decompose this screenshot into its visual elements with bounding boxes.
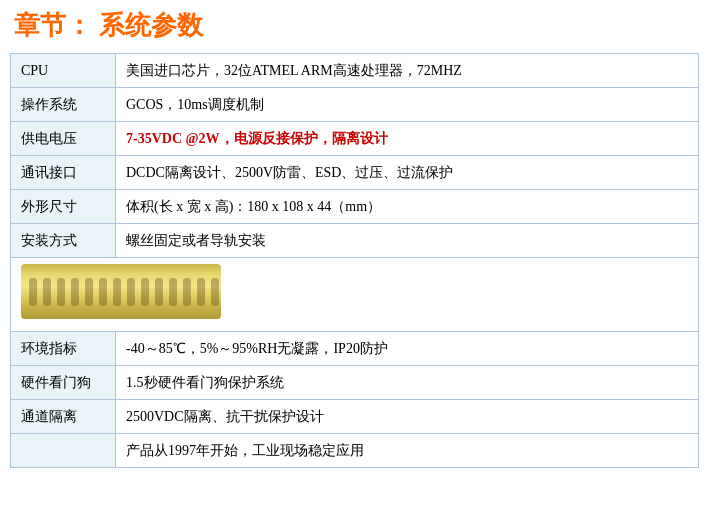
spec-label	[11, 434, 116, 468]
spec-label: CPU	[11, 54, 116, 88]
spec-value: DCDC隔离设计、2500V防雷、ESD、过压、过流保护	[116, 156, 699, 190]
table-row: 硬件看门狗1.5秒硬件看门狗保护系统	[11, 366, 699, 400]
rail-image	[21, 264, 221, 319]
spec-label: 安装方式	[11, 224, 116, 258]
table-row: 安装方式螺丝固定或者导轨安装	[11, 224, 699, 258]
spec-label: 供电电压	[11, 122, 116, 156]
spec-value: 美国进口芯片，32位ATMEL ARM高速处理器，72MHZ	[116, 54, 699, 88]
spec-value: GCOS，10ms调度机制	[116, 88, 699, 122]
spec-value: 7-35VDC @2W，电源反接保护，隔离设计	[116, 122, 699, 156]
table-row: 通道隔离2500VDC隔离、抗干扰保护设计	[11, 400, 699, 434]
specs-table: CPU美国进口芯片，32位ATMEL ARM高速处理器，72MHZ操作系统GCO…	[10, 53, 699, 468]
highlight-text: 7-35VDC @2W，电源反接保护，隔离设计	[126, 131, 388, 146]
spec-value: 2500VDC隔离、抗干扰保护设计	[116, 400, 699, 434]
table-row: 环境指标-40～85℃，5%～95%RH无凝露，IP20防护	[11, 332, 699, 366]
table-row: 操作系统GCOS，10ms调度机制	[11, 88, 699, 122]
page-title: 章节： 系统参数	[10, 8, 699, 43]
spec-value: 产品从1997年开始，工业现场稳定应用	[116, 434, 699, 468]
spec-value: -40～85℃，5%～95%RH无凝露，IP20防护	[116, 332, 699, 366]
spec-label: 通讯接口	[11, 156, 116, 190]
spec-label: 硬件看门狗	[11, 366, 116, 400]
table-row: 外形尺寸体积(长 x 宽 x 高)：180 x 108 x 44（mm）	[11, 190, 699, 224]
table-row: 产品从1997年开始，工业现场稳定应用	[11, 434, 699, 468]
table-row: CPU美国进口芯片，32位ATMEL ARM高速处理器，72MHZ	[11, 54, 699, 88]
spec-label: 操作系统	[11, 88, 116, 122]
spec-value: 体积(长 x 宽 x 高)：180 x 108 x 44（mm）	[116, 190, 699, 224]
table-row: 供电电压7-35VDC @2W，电源反接保护，隔离设计	[11, 122, 699, 156]
table-row	[11, 258, 699, 332]
spec-value: 螺丝固定或者导轨安装	[116, 224, 699, 258]
spec-label: 环境指标	[11, 332, 116, 366]
spec-label: 外形尺寸	[11, 190, 116, 224]
page-container: 章节： 系统参数 CPU美国进口芯片，32位ATMEL ARM高速处理器，72M…	[0, 0, 709, 476]
spec-value: 1.5秒硬件看门狗保护系统	[116, 366, 699, 400]
rail-image-cell	[11, 258, 699, 332]
table-row: 通讯接口DCDC隔离设计、2500V防雷、ESD、过压、过流保护	[11, 156, 699, 190]
spec-label: 通道隔离	[11, 400, 116, 434]
